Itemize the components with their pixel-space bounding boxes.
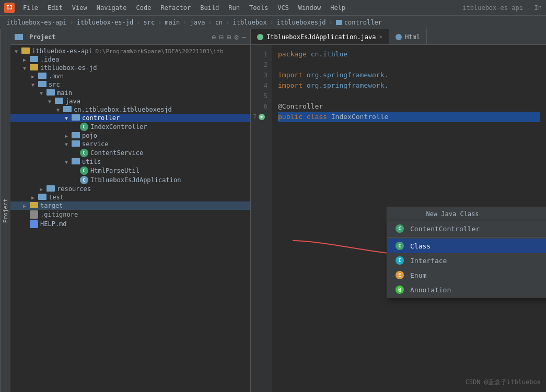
menu-vcs[interactable]: VCS — [273, 3, 293, 13]
tree-label-utils: utils — [82, 158, 101, 165]
code-line-3: import org.springframework. — [278, 70, 540, 80]
tree-item-utils[interactable]: ▼ utils — [10, 158, 250, 166]
tree-arrow-target: ▶ — [23, 203, 28, 209]
tree-item-java[interactable]: ▼ java — [10, 97, 250, 105]
menu-help[interactable]: Help — [326, 3, 350, 13]
watermark: CSDN @蓝盒子itbluebox — [466, 378, 541, 387]
tab-close-app[interactable]: ✕ — [379, 33, 383, 40]
tree-item-idea[interactable]: ▶ .idea — [10, 55, 250, 64]
dropdown-separator — [387, 237, 546, 237]
tree-arrow-test: ▶ — [31, 195, 37, 200]
dropdown-item-class[interactable]: C Class — [387, 239, 546, 253]
tree-item-target[interactable]: ▶ target — [10, 201, 250, 210]
folder-icon-test — [38, 194, 47, 200]
folder-icon-main — [47, 89, 55, 96]
tree-item-src[interactable]: ▼ src — [10, 80, 250, 89]
dropdown-item-annotation[interactable]: @ Annotation — [387, 282, 546, 297]
title-bar: IJ File Edit View Navigate Code Refactor… — [0, 0, 546, 16]
project-panel: Project ⊕ ⊟ ⊞ ⚙ − ▼ itbluebox-es-api D:\… — [10, 29, 251, 392]
menu-view[interactable]: View — [68, 3, 91, 13]
dropdown-header: New Java Class — [387, 207, 546, 221]
breadcrumb-java[interactable]: java — [190, 19, 205, 26]
tree-item-root[interactable]: ▼ itbluebox-es-api D:\ProgramWorkSpace\I… — [10, 47, 250, 55]
menu-edit[interactable]: Edit — [43, 3, 67, 13]
breadcrumb-module[interactable]: itbluebox-es-jd — [77, 19, 133, 26]
breadcrumb: itbluebox-es-api › itbluebox-es-jd › src… — [0, 16, 546, 29]
tree-arrow-pojo: ▶ — [65, 133, 70, 139]
tree-label-help: HELP.md — [40, 220, 67, 228]
tab-html[interactable]: Html — [389, 29, 427, 44]
dropdown-item-content-controller[interactable]: C ContentController — [387, 221, 546, 236]
menu-window[interactable]: Window — [294, 3, 325, 13]
line-numbers: 1 2 3 4 5 6 7 ▶ — [251, 45, 272, 392]
tree-item-content-service[interactable]: C ContentService — [10, 148, 250, 158]
code-line-5 — [278, 91, 540, 101]
breadcrumb-itbluebox[interactable]: itbluebox — [233, 19, 266, 26]
breadcrumb-controller[interactable]: controller — [344, 19, 382, 26]
project-panel-header: Project ⊕ ⊟ ⊞ ⚙ − — [10, 29, 250, 45]
menu-run[interactable]: Run — [224, 3, 244, 13]
dropdown-item-enum[interactable]: E Enum — [387, 268, 546, 282]
tree-arrow-resources: ▶ — [40, 186, 45, 192]
folder-icon-esjd — [30, 64, 38, 70]
breadcrumb-src[interactable]: src — [143, 19, 155, 26]
panel-icon-settings[interactable]: ⚙ — [234, 33, 238, 41]
menu-bar: File Edit View Navigate Code Refactor Bu… — [19, 3, 350, 13]
panel-icon-minimize[interactable]: − — [242, 33, 246, 41]
tree-item-pojo[interactable]: ▶ pojo — [10, 132, 250, 140]
menu-refactor[interactable]: Refactor — [156, 3, 195, 13]
tree-arrow-java: ▼ — [48, 99, 53, 104]
tree-item-test[interactable]: ▶ test — [10, 193, 250, 201]
tree-label-root: itbluebox-es-api — [32, 47, 92, 55]
tree-item-gitignore[interactable]: .gitignore — [10, 210, 250, 219]
folder-icon-resources — [47, 185, 55, 192]
tree-item-app[interactable]: C ItblueboxEsJdApplication — [10, 175, 250, 185]
breadcrumb-main[interactable]: main — [165, 19, 180, 26]
breadcrumb-esjd[interactable]: itblueboxesjd — [277, 19, 326, 26]
menu-navigate[interactable]: Navigate — [92, 3, 131, 13]
dropdown-icon-enum: E — [396, 271, 404, 279]
tab-app-java[interactable]: ItblueboxEsJdApplication.java ✕ — [251, 29, 389, 44]
dropdown-item-interface[interactable]: I Interface — [387, 253, 546, 268]
folder-icon-pojo — [72, 132, 80, 138]
tree-item-help[interactable]: HELP.md — [10, 219, 250, 229]
tree-arrow-mvn: ▶ — [31, 74, 37, 79]
menu-file[interactable]: File — [19, 3, 42, 13]
tree-item-service[interactable]: ▼ service — [10, 140, 250, 148]
tree-item-main[interactable]: ▼ main — [10, 89, 250, 97]
menu-tools[interactable]: Tools — [245, 3, 272, 13]
folder-icon-src — [38, 81, 47, 87]
tree-label-html-parse-util: HtmlParseUtil — [90, 167, 140, 174]
breadcrumb-cn[interactable]: cn — [215, 19, 223, 26]
file-icon-help — [30, 220, 38, 228]
panel-icon-filter[interactable]: ⊞ — [227, 33, 231, 41]
tree-item-controller[interactable]: ▼ controller — [10, 114, 250, 122]
app-logo: IJ — [4, 3, 15, 13]
tree-label-cn: cn.itbluebox.itblueboxesjd — [74, 106, 172, 113]
tree-label-content-service: ContentService — [90, 149, 143, 157]
panel-icon-collapse[interactable]: ⊟ — [219, 33, 223, 41]
tree-arrow-cn: ▼ — [56, 107, 62, 113]
tree-item-index-controller[interactable]: C IndexController — [10, 122, 250, 132]
folder-icon-cn — [63, 106, 72, 112]
tree-label-app: ItblueboxEsJdApplication — [90, 176, 181, 184]
tree-item-cn[interactable]: ▼ cn.itbluebox.itblueboxesjd — [10, 105, 250, 114]
folder-icon-utils — [72, 158, 80, 164]
folder-icon-java — [55, 98, 63, 104]
tree-item-esjd[interactable]: ▼ itbluebox-es-jd — [10, 64, 250, 72]
code-line-7: public class IndexControlle — [278, 112, 540, 122]
folder-icon-target — [30, 202, 38, 208]
tree-item-resources[interactable]: ▶ resources — [10, 185, 250, 193]
code-line-6: @Controller — [278, 101, 540, 112]
menu-build[interactable]: Build — [196, 3, 223, 13]
tree-arrow-root: ▼ — [15, 49, 20, 54]
tree-label-target: target — [40, 202, 63, 209]
tree-item-html-parse-util[interactable]: C HtmlParseUtil — [10, 166, 250, 175]
tree-label-gitignore: .gitignore — [40, 211, 78, 218]
sidebar-project-tab[interactable]: Project — [0, 29, 10, 392]
menu-code[interactable]: Code — [132, 3, 156, 13]
panel-icon-locate[interactable]: ⊕ — [212, 33, 216, 41]
dropdown-label-class: Class — [410, 242, 431, 250]
tree-item-mvn[interactable]: ▶ .mvn — [10, 72, 250, 80]
breadcrumb-project[interactable]: itbluebox-es-api — [6, 19, 67, 26]
